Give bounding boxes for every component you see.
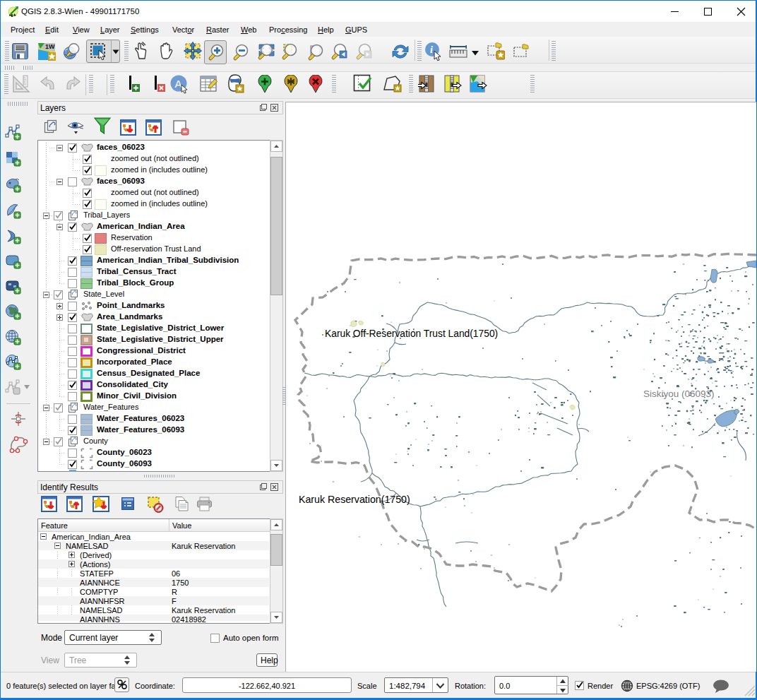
svg-text:Karuk Reservation(1750): Karuk Reservation(1750) <box>299 494 410 505</box>
svg-text:Karuk Off-Reservation Trust La: Karuk Off-Reservation Trust Land(1750) <box>325 328 498 339</box>
svg-text:1W: 1W <box>45 43 55 50</box>
svg-text:A: A <box>175 78 182 90</box>
svg-text:Siskiyou (06093): Siskiyou (06093) <box>643 388 715 399</box>
svg-text:i: i <box>430 45 433 55</box>
